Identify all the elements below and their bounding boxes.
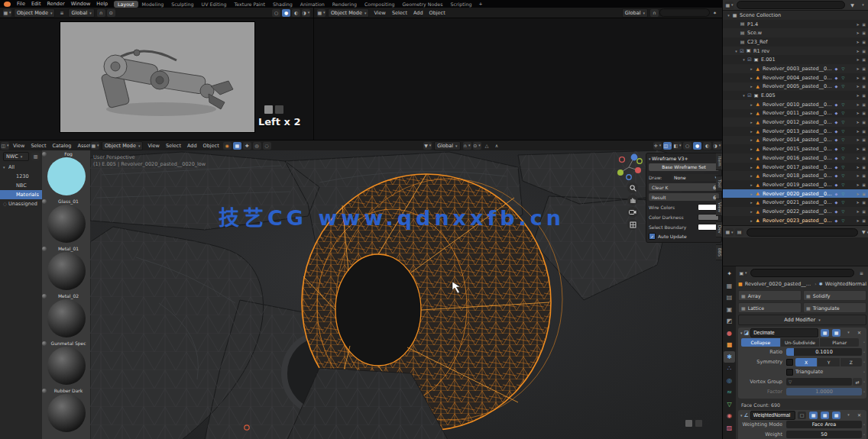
expand-caret[interactable]: ▾ [3,165,8,169]
outliner-row[interactable]: ▸ Revolver_0022_pasted__0022_low [723,207,868,216]
add-modifier-dropdown[interactable]: Add Modifier [738,315,866,325]
workspace-tab[interactable]: Rendering [329,1,361,8]
visibility-toggles[interactable] [847,199,868,205]
outliner-row[interactable]: ▸ Revolver_0004_pasted__0004_low [723,73,868,82]
snap-magnet-icon[interactable]: ∩ [97,9,105,17]
properties-tab-icon[interactable]: ▣ [724,304,735,316]
modifier-name-field[interactable] [750,411,795,420]
expand-caret[interactable]: ▸ [749,102,754,107]
expand-caret[interactable]: ▸ [749,129,754,134]
triangulate-checkbox[interactable] [786,369,793,376]
properties-tab-icon[interactable]: ≈ [724,386,735,399]
favorite-modifier-button[interactable]: Solidify [803,290,866,301]
measure-icon[interactable]: ◎ [253,142,261,150]
vertex-group-field[interactable]: ▽ [786,378,852,386]
auto-update-checkbox[interactable] [649,233,656,240]
menu-item[interactable]: Add [184,143,200,149]
setting-value[interactable]: Face Area [786,421,862,428]
properties-tab-icon[interactable]: ▤ [724,292,735,304]
perspective-toggle-button[interactable] [627,219,638,230]
menu-item[interactable]: Window [68,1,94,7]
expand-caret[interactable]: ▸ [749,84,754,89]
visibility-toggles[interactable] [847,30,868,36]
decimate-mode-button[interactable]: Planar [820,338,859,347]
asset-item[interactable]: Metal_01 [42,245,90,292]
filter-funnel-icon[interactable]: ▼ [861,228,868,236]
menu-item[interactable]: Edit [28,1,44,7]
orientation-dropdown[interactable]: Global [68,8,94,18]
main-3d-viewport[interactable]: ▦ Object Mode View Select Add Object ◉ ▦… [90,140,722,439]
orientation-dropdown[interactable]: Global [622,8,648,18]
workspace-tab[interactable]: Animation [296,1,329,8]
show-viewport-toggle[interactable]: ▦ [821,329,829,337]
favorites-star-icon[interactable]: ✶ [711,9,719,17]
catalog-item[interactable]: ▾ All [0,163,42,172]
properties-tab-icon[interactable]: ▽ [724,399,735,411]
snap-magnet-icon[interactable]: ∩ [650,9,659,17]
menu-item[interactable]: Select [28,143,49,149]
visibility-toggles[interactable] [847,208,868,215]
library-dropdown[interactable]: NWC [3,152,29,161]
outliner-row[interactable]: ▸ Revolver_0013_pasted__0013_low [723,127,868,136]
filter-options-icon[interactable] [858,2,866,9]
properties-tab-icon[interactable]: ✦ [724,268,735,280]
expand-caret[interactable]: ▸ [749,111,754,115]
folder-icon[interactable]: ▤ [735,228,743,236]
expand-caret[interactable]: ▾ [741,93,747,98]
rendered-shading-icon[interactable]: ◑ [302,9,310,17]
menu-item[interactable]: View [144,143,162,149]
outliner-display-mode-icon[interactable]: ▦ [725,228,734,236]
visibility-toggles[interactable] [847,21,868,27]
expand-caret[interactable]: ▸ [749,66,754,71]
outliner-display-mode-icon[interactable]: ▦ [725,2,734,9]
properties-options-icon[interactable]: ≡ [857,270,866,277]
modifier-name-field[interactable] [750,328,818,337]
expand-caret[interactable]: ▾ [741,57,747,62]
asset-item[interactable]: Fog [42,150,90,198]
properties-tab-icon[interactable]: ▦ [724,280,735,292]
workspace-tab[interactable]: Scripting [447,1,476,8]
workspace-tab[interactable]: UV Editing [198,1,231,8]
snap-magnet-icon[interactable]: ∩ [463,142,471,150]
zoom-tool-icon[interactable]: ◌ [263,142,271,150]
outliner-row[interactable]: ▸ Revolver_0011_pasted__0011_low [723,109,868,118]
factor-slider[interactable]: 1.0000 [786,388,862,395]
outliner-row[interactable]: ▸ Revolver_0012_pasted__0012_low [723,118,868,127]
asset-item[interactable]: Metal_02 [42,292,90,340]
expand-caret[interactable]: ▾ [740,331,743,335]
decimate-mode-button[interactable]: Un-Subdivide [781,338,820,347]
menu-item[interactable]: File [14,1,28,7]
menu-item[interactable]: Add [410,10,426,16]
visibility-toggles[interactable] [847,164,868,170]
catalog-item[interactable]: 1230 [0,172,42,181]
editor-type-icon[interactable]: ▦ [3,9,11,17]
material-preview-sphere[interactable] [47,205,86,243]
outliner-row[interactable]: ▸ Revolver_0003_pasted__0003_low [723,64,868,73]
editor-type-icon[interactable]: ▦ [317,9,326,17]
workspace-tab[interactable]: Layout [114,1,138,8]
menu-item[interactable]: Object [426,10,449,16]
favorite-modifier-button[interactable]: Triangulate [803,302,866,313]
material-preview-sphere[interactable] [47,252,86,290]
camera-view-button[interactable] [627,207,638,218]
visibility-toggles[interactable] [847,119,868,125]
display-settings-icon[interactable]: ▥ [31,153,40,160]
outliner-row[interactable]: ▸ Revolver_0005_pasted__0005_low [723,82,868,92]
visibility-toggles[interactable] [847,146,868,152]
expand-caret[interactable]: ▸ [749,147,754,151]
pan-hand-button[interactable] [627,195,638,205]
expand-caret[interactable]: ▸ [749,192,754,196]
visibility-toggles[interactable] [847,182,868,188]
material-preview-sphere[interactable] [47,394,86,432]
orientation-dropdown[interactable]: Global [434,141,460,150]
outliner-row[interactable]: ▸ Revolver_0010_pasted__0010_low [723,100,868,109]
breadcrumb-modifier[interactable]: WeightedNormal [825,281,866,287]
proportional-edit-icon[interactable]: ⊙ [473,142,481,150]
outliner-row[interactable]: ▾ E.001 [723,55,868,64]
outliner-row[interactable]: ▸ Revolver_0014_pasted__0014_low [723,136,868,145]
outliner-row[interactable]: ▸ Revolver_0018_pasted__0018_low [723,171,868,180]
symmetry-axis-button[interactable]: X [795,358,817,366]
viewport-canvas[interactable] [90,150,722,439]
catalog-item[interactable]: NBC [0,181,42,190]
header-search-input[interactable] [659,8,710,17]
